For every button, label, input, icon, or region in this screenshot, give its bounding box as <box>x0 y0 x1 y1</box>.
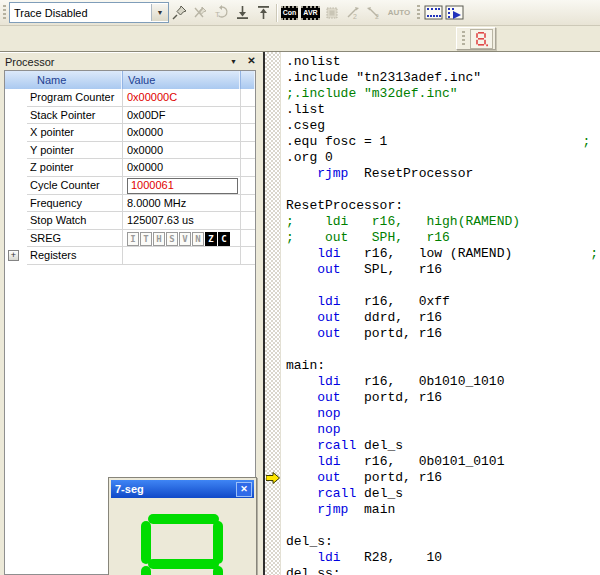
code-line[interactable]: ldi r16, 0xff <box>286 294 600 310</box>
trace-mode-combobox[interactable]: Trace Disabled ▼ <box>9 2 169 23</box>
value-editbox[interactable]: 1000061 <box>127 178 238 194</box>
trace-run-icon[interactable] <box>444 2 465 23</box>
code-line[interactable]: out portd, r16 <box>286 470 600 486</box>
expand-plus-icon[interactable]: + <box>8 250 19 261</box>
table-row: SREGITHSVNZC <box>5 230 255 248</box>
sevenseg-display-button[interactable] <box>470 29 493 49</box>
return-to-top-icon[interactable] <box>253 2 274 23</box>
code-line[interactable]: .equ fosc = 1 ; <box>286 134 600 150</box>
code-line[interactable]: del_ss: <box>286 566 600 575</box>
row-extra <box>241 195 255 213</box>
probe-e2b-icon[interactable]: 2 <box>363 2 384 23</box>
code-line[interactable]: ResetProcessor: <box>286 198 600 214</box>
toolbar-grip[interactable] <box>3 5 6 21</box>
sreg-flag-T[interactable]: T <box>140 232 152 246</box>
sevenseg-window-title: 7-seg <box>115 483 144 495</box>
row-value[interactable]: 1000061 <box>123 177 241 195</box>
code-token: ldi <box>317 374 340 389</box>
row-value[interactable]: 0x00000C <box>123 89 241 107</box>
row-value[interactable]: 0x0000 <box>123 159 241 177</box>
code-line[interactable]: out ddrd, r16 <box>286 310 600 326</box>
code-lines[interactable]: .nolist.include "tn2313adef.inc";.includ… <box>281 52 600 575</box>
code-line[interactable] <box>286 182 600 198</box>
row-value[interactable]: ITHSVNZC <box>123 230 241 248</box>
code-token: out <box>317 326 340 341</box>
remove-trace-icon[interactable] <box>190 2 211 23</box>
main-toolbar: Trace Disabled ▼ T Con AVR 2 <box>0 0 600 26</box>
segment-b <box>213 521 223 564</box>
code-line[interactable]: out SPL, r16 <box>286 262 600 278</box>
table-row: +Registers <box>5 247 255 265</box>
row-value[interactable]: 0x0000 <box>123 142 241 160</box>
auto-step-button[interactable]: AUTO <box>384 2 414 23</box>
sreg-flag-V[interactable]: V <box>179 232 191 246</box>
mini-toolbar-grip[interactable] <box>462 31 465 47</box>
column-header-name[interactable]: Name <box>5 71 123 89</box>
code-line[interactable]: out portd, r16 <box>286 326 600 342</box>
code-token: nop <box>317 406 340 421</box>
code-line[interactable]: .list <box>286 102 600 118</box>
row-value[interactable]: 8.0000 MHz <box>123 195 241 213</box>
sreg-flag-Z[interactable]: Z <box>205 232 217 246</box>
trace-pointer-icon[interactable] <box>169 2 190 23</box>
code-token: .equ fosc = 1 <box>286 134 387 149</box>
row-value[interactable]: 125007.63 us <box>123 212 241 230</box>
row-value[interactable] <box>123 247 241 265</box>
code-line[interactable] <box>286 278 600 294</box>
row-value[interactable]: 0x0000 <box>123 124 241 142</box>
code-editor[interactable]: .nolist.include "tn2313adef.inc";.includ… <box>263 52 600 575</box>
con-chip-button[interactable]: Con <box>279 2 300 23</box>
code-line[interactable]: ldi r16, low (RAMEND) ; <box>286 246 600 262</box>
code-line[interactable]: rcall del_s <box>286 438 600 454</box>
code-line[interactable]: main: <box>286 358 600 374</box>
row-extra <box>241 89 255 107</box>
code-line[interactable]: del_s: <box>286 534 600 550</box>
avr-chip-label: AVR <box>301 6 319 20</box>
auto-step-label: AUTO <box>388 8 411 17</box>
trace-buffer-icon[interactable] <box>423 2 444 23</box>
current-instruction-arrow-icon <box>266 472 280 484</box>
sreg-flag-C[interactable]: C <box>218 232 230 246</box>
code-line[interactable]: nop <box>286 422 600 438</box>
sreg-flag-H[interactable]: H <box>153 232 165 246</box>
column-header-value[interactable]: Value <box>123 71 241 89</box>
editor-gutter[interactable] <box>265 52 281 575</box>
row-name: Registers <box>27 247 123 265</box>
close-icon[interactable]: ✕ <box>236 482 252 497</box>
panel-close-icon[interactable]: ✕ <box>244 54 259 70</box>
code-line[interactable]: rjmp main <box>286 502 600 518</box>
code-line[interactable]: .nolist <box>286 54 600 70</box>
svg-text:2: 2 <box>353 13 357 20</box>
sreg-flag-N[interactable]: N <box>192 232 204 246</box>
chevron-down-icon[interactable]: ▼ <box>151 4 168 21</box>
code-token: del_s <box>356 486 403 501</box>
processor-panel-titlebar[interactable]: Processor ▼ ✕ <box>0 52 262 70</box>
sreg-flag-I[interactable]: I <box>127 232 139 246</box>
code-line[interactable]: ldi r16, 0b1010_1010 <box>286 374 600 390</box>
row-gutter <box>5 195 27 213</box>
code-line[interactable]: ; out SPH, r16 <box>286 230 600 246</box>
panel-menu-chevron-icon[interactable]: ▼ <box>226 55 241 69</box>
retrace-icon[interactable]: T <box>211 2 232 23</box>
sreg-flag-S[interactable]: S <box>166 232 178 246</box>
run-to-cursor-bottom-icon[interactable] <box>232 2 253 23</box>
code-line[interactable]: .cseg <box>286 118 600 134</box>
code-line[interactable]: ; ldi r16, high(RAMEND) <box>286 214 600 230</box>
probe-e2-icon[interactable]: 2 <box>342 2 363 23</box>
code-line[interactable] <box>286 342 600 358</box>
chip-icon[interactable] <box>321 2 342 23</box>
code-line[interactable]: .include "tn2313adef.inc" <box>286 70 600 86</box>
code-line[interactable]: rcall del_s <box>286 486 600 502</box>
code-line[interactable]: ldi r16, 0b0101_0101 <box>286 454 600 470</box>
code-line[interactable]: out portd, r16 <box>286 390 600 406</box>
row-value[interactable]: 0x00DF <box>123 107 241 125</box>
code-line[interactable]: rjmp ResetProcessor <box>286 166 600 182</box>
code-line[interactable]: .org 0 <box>286 150 600 166</box>
toolbar-grip-2[interactable] <box>417 5 420 21</box>
code-line[interactable]: nop <box>286 406 600 422</box>
sevenseg-window-titlebar[interactable]: 7-seg ✕ <box>111 480 254 498</box>
code-line[interactable] <box>286 518 600 534</box>
code-line[interactable]: ldi R28, 10 <box>286 550 600 566</box>
code-line[interactable]: ;.include "m32def.inc" <box>286 86 600 102</box>
avr-chip-button[interactable]: AVR <box>300 2 321 23</box>
